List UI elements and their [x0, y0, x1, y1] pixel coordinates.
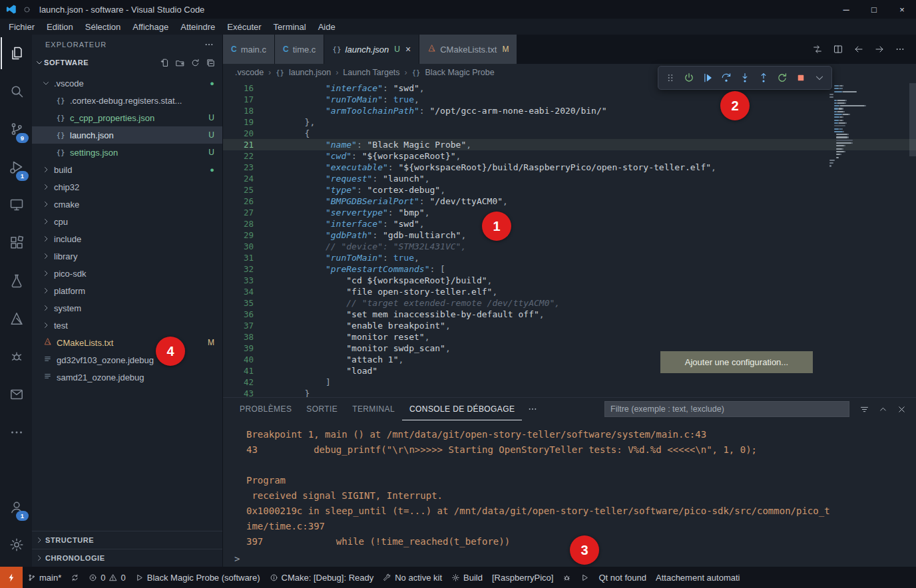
code-line[interactable]: 43 } [223, 388, 916, 397]
menu-terminal[interactable]: Terminal [268, 22, 312, 32]
maximize-button[interactable]: □ [860, 0, 888, 19]
filter-input[interactable] [604, 401, 849, 417]
code-line[interactable]: 29 "gdbPath": "gdb-multiarch", [223, 229, 916, 241]
status-auto-attach[interactable]: Attachement automati [651, 567, 744, 588]
tree-item-system[interactable]: system [32, 299, 222, 317]
code-line[interactable]: 27 "servertype": "bmp", [223, 207, 916, 218]
tree-item-cpu[interactable]: cpu [32, 213, 222, 230]
tree-item-cmake[interactable]: cmake [32, 196, 222, 213]
code-line[interactable]: 42 ] [223, 376, 916, 388]
activity-run-debug[interactable]: 1 [1, 151, 31, 183]
arrow-left-icon[interactable] [853, 44, 864, 55]
activity-more-views[interactable] [1, 416, 31, 448]
code-line[interactable]: 36 "set mem inaccessible-by-default off"… [223, 309, 916, 320]
tab-main-c[interactable]: Cmain.c [223, 35, 275, 64]
minimap[interactable] [829, 82, 908, 397]
tree-item-cmakelists-txt[interactable]: CMakeLists.txtM [32, 334, 222, 351]
tree-item-pico-sdk[interactable]: pico-sdk [32, 265, 222, 282]
menu-edition[interactable]: Edition [41, 22, 79, 32]
tree-item-chip32[interactable]: chip32 [32, 178, 222, 196]
tab-cmakelists-txt[interactable]: CMakeLists.txtM [419, 35, 517, 64]
editor-scrollbar[interactable] [909, 83, 916, 156]
chevron-up-icon[interactable] [878, 404, 888, 414]
breadcrumb-item-launch-targets[interactable]: Launch Targets [343, 68, 399, 77]
stop-dropdown-button[interactable] [811, 69, 828, 86]
section-chronologie[interactable]: CHRONOLOGIE [32, 549, 222, 567]
panel-tab-sortie[interactable]: SORTIE [299, 398, 345, 420]
tree-item-platform[interactable]: platform [32, 282, 222, 299]
add-configuration-button[interactable]: Ajouter une configuration... [660, 351, 813, 373]
restart-button[interactable] [774, 69, 791, 86]
status-cmake-status[interactable]: CMake: [Debug]: Ready [265, 567, 379, 588]
more-actions-icon[interactable] [527, 404, 538, 414]
gripper-button[interactable] [662, 69, 679, 86]
code-line[interactable]: 31 "runToMain": true, [223, 252, 916, 263]
code-line[interactable]: 37 "enable breakpoint", [223, 320, 916, 331]
activity-explorer[interactable] [1, 37, 31, 69]
new-folder-icon[interactable] [175, 58, 185, 68]
panel-tab-console-de-d-bogage[interactable]: CONSOLE DE DÉBOGAGE [402, 398, 522, 420]
status-git-branch[interactable]: main* [23, 567, 66, 588]
status-debug[interactable] [558, 567, 576, 588]
tree-item-samd21-ozone-jdebug[interactable]: samd21_ozone.jdebug [32, 368, 222, 386]
tree-item-test[interactable]: test [32, 317, 222, 334]
step-over-button[interactable] [718, 69, 735, 86]
activity-mail[interactable] [1, 378, 31, 410]
code-line[interactable]: 19 }, [223, 116, 916, 128]
code-line[interactable]: 20 { [223, 128, 916, 139]
activity-cmake[interactable] [1, 303, 31, 335]
activity-remote-explorer[interactable] [1, 189, 31, 221]
activity-testing[interactable] [1, 265, 31, 297]
menu-ex-cuter[interactable]: Exécuter [221, 22, 267, 32]
menu-s-lection[interactable]: Sélection [79, 22, 126, 32]
code-line[interactable]: 17 "runToMain": true, [223, 94, 916, 105]
activity-source-control[interactable]: 9 [1, 113, 31, 145]
power-button[interactable] [680, 69, 698, 86]
code-line[interactable]: 24 "request": "launch", [223, 173, 916, 184]
status-launch-target[interactable]: Black Magic Probe (software) [130, 567, 265, 588]
status-build[interactable]: Build [447, 567, 487, 588]
code-line[interactable]: 21 "name": "Black Magic Probe", [223, 139, 916, 150]
tree-item-vscode[interactable]: .vscode● [32, 74, 222, 92]
remote-indicator[interactable] [0, 567, 23, 588]
tree-item-gd32vf103-ozone-jdebug[interactable]: gd32vf103_ozone.jdebug [32, 351, 222, 368]
code-line[interactable]: 28 "interface": "swd", [223, 218, 916, 229]
filter-lines-icon[interactable] [859, 404, 869, 414]
tree-item-cortex-debug-registers-stat[interactable]: {}.cortex-debug.registers.stat... [32, 92, 222, 109]
close-button[interactable]: × [888, 0, 916, 19]
close-tab-icon[interactable]: × [405, 44, 411, 55]
status-build-variant[interactable]: [RaspberryPico] [487, 567, 558, 588]
status-active-kit[interactable]: No active kit [378, 567, 447, 588]
stop-button[interactable] [792, 69, 809, 86]
new-file-icon[interactable] [160, 58, 170, 68]
breadcrumb-item-black-magic-probe[interactable]: Black Magic Probe [425, 68, 494, 77]
menu-fichier[interactable]: Fichier [3, 22, 41, 32]
menu-atteindre[interactable]: Atteindre [174, 22, 221, 32]
code-line[interactable]: 23 "executable": "${workspaceRoot}/build… [223, 162, 916, 173]
arrow-right-icon[interactable] [874, 44, 885, 55]
code-line[interactable]: 30 // "device": "STM32L431VC", [223, 241, 916, 252]
code-line[interactable]: 18 "armToolchainPath": "/opt/gcc-arm-non… [223, 105, 916, 116]
code-line[interactable]: 25 "type": "cortex-debug", [223, 184, 916, 196]
refresh-icon[interactable] [190, 58, 200, 68]
status-sync[interactable] [66, 567, 84, 588]
tree-item-settings-json[interactable]: {}settings.jsonU [32, 144, 222, 161]
tab-time-c[interactable]: Ctime.c [275, 35, 324, 64]
status-qt-status[interactable]: Qt not found [594, 567, 651, 588]
status-problems[interactable]: 00 [84, 567, 130, 588]
close-icon[interactable] [897, 404, 907, 414]
activity-settings[interactable] [1, 529, 31, 561]
activity-accounts[interactable]: 1 [1, 491, 31, 523]
code-editor[interactable]: 16 "interface": "swd",17 "runToMain": tr… [223, 81, 916, 397]
code-line[interactable]: 26 "BMPGDBSerialPort": "/dev/ttyACM0", [223, 196, 916, 207]
activity-leak-detector[interactable] [1, 341, 31, 372]
step-into-button[interactable] [736, 69, 754, 86]
explorer-section-header[interactable]: SOFTWARE [32, 55, 222, 71]
panel-tab-probl-mes[interactable]: PROBLÈMES [232, 398, 299, 420]
continue-button[interactable] [699, 69, 716, 86]
activity-extensions[interactable] [1, 227, 31, 259]
open-changes-icon[interactable] [812, 44, 823, 55]
code-line[interactable]: 35 // "target extended-remote /dev/ttyAC… [223, 297, 916, 309]
more-actions-icon[interactable] [204, 39, 214, 50]
menu-aide[interactable]: Aide [312, 22, 342, 32]
